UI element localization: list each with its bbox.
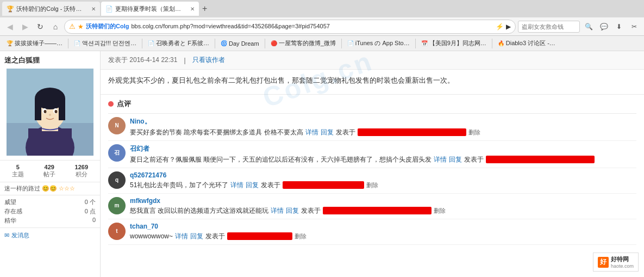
comment-dot — [108, 101, 114, 107]
bookmark-8-label: Diablo3 讨论区 -… — [506, 39, 555, 47]
nino-delete-link[interactable]: 删除 — [468, 128, 480, 137]
svg-rect-7 — [35, 99, 41, 120]
bookmark-6-icon: 📄 — [347, 40, 354, 46]
author-link[interactable]: 只看该作者 — [192, 56, 225, 65]
q526-reply-link[interactable]: 回复 — [246, 180, 259, 190]
wechat-icon[interactable]: 💬 — [597, 20, 610, 33]
bookmark-8[interactable]: 🔥 Diablo3 讨论区 -… — [495, 38, 559, 48]
comment-tchan-text: wowwowwow~ 详情 回复 发表于 删除 — [130, 231, 636, 241]
browser-frame: 🏆 沃特碧们的Colg - 沃特碧们的Colg -（ ✕ 📄 更期待夏季时装（策… — [0, 0, 644, 277]
comment-zhaohuanzhe-username[interactable]: 召幻者 — [130, 144, 636, 153]
site-badge-name: 好特网 haote.com — [611, 255, 634, 269]
comments-section: 点评 N Nino。 要买好多套的节奏 跪求每套不要捆绑太多道具 价格不要太高 … — [101, 95, 644, 245]
main-content: 发表于 2016-4-14 22:31 | 只看该作者 外观党其实不少的，夏日礼… — [101, 51, 644, 277]
bookmark-separator-6 — [415, 39, 416, 48]
tchan-delete-link[interactable]: 删除 — [295, 232, 307, 241]
mfkw-delete-link[interactable]: 删除 — [434, 206, 446, 216]
bookmark-1[interactable]: 🏆 拔拔拔锤子——… — [3, 38, 66, 48]
search-box[interactable] — [518, 21, 580, 33]
tab-1-icon: 🏆 — [7, 5, 14, 13]
tchan-timestamp-redacted — [227, 232, 292, 240]
search-input[interactable] — [522, 23, 576, 30]
comment-q526-text: 51礼包比去年贵吗，加了个光环了 详情 回复 发表于 删除 — [130, 180, 636, 190]
bookmark-separator-3 — [215, 39, 215, 48]
tchan-detail-link[interactable]: 详情 — [175, 231, 188, 241]
tab-1-close[interactable]: ✕ — [91, 6, 96, 12]
svg-rect-8 — [59, 99, 65, 120]
mfkw-reply-link[interactable]: 回复 — [286, 206, 299, 216]
bookmark-5-label: 一屋莺客的微博_微博 — [279, 39, 336, 47]
tab-1-label: 沃特碧们的Colg - 沃特碧们的Colg -（ — [16, 5, 87, 13]
sidebar: 迷之白狐狸 — [0, 51, 101, 277]
bookmark-6[interactable]: 📄 iTunes の App Sto… — [344, 38, 413, 48]
stat-topic-num: 5 — [12, 164, 24, 170]
nino-reply-link[interactable]: 回复 — [321, 127, 334, 137]
search-icon[interactable]: 🔍 — [582, 20, 595, 33]
bookmark-2-label: 액션괴감!!! 던전엔… — [82, 39, 136, 47]
bookmark-star[interactable]: ★ — [78, 23, 84, 30]
comments-title: 点评 — [117, 99, 131, 109]
q526-delete-link[interactable]: 删除 — [366, 181, 378, 190]
tab-1[interactable]: 🏆 沃特碧们的Colg - 沃特碧们的Colg -（ ✕ — [2, 2, 100, 16]
bookmark-8-icon: 🔥 — [498, 40, 504, 46]
tab-2-close[interactable]: ✕ — [190, 6, 195, 12]
lightning-icon: ⚡ — [496, 23, 504, 30]
zhaohuanzhe-reply-link[interactable]: 回复 — [449, 155, 462, 164]
svg-rect-3 — [28, 128, 72, 156]
sidebar-stats: 5 主题 429 帖子 1269 积分 — [0, 161, 100, 182]
bookmark-1-icon: 🏆 — [7, 40, 13, 46]
comment-item: m mfkwfgdx 怒我直言 改回以前的选频道方式这游戏就还能玩 详情 回复 … — [108, 194, 636, 219]
comment-mfkw-text: 怒我直言 改回以前的选频道方式这游戏就还能玩 详情 回复 发表于 删除 — [130, 206, 636, 216]
bookmark-4-label: Day Dream — [229, 40, 259, 47]
comment-q526-username[interactable]: q526721476 — [130, 171, 636, 179]
new-tab-button[interactable]: + — [200, 2, 209, 16]
bookmark-separator-1 — [68, 39, 68, 48]
bookmark-3[interactable]: 📄 召唤勇者と F系彼… — [145, 38, 212, 48]
mfkw-detail-link[interactable]: 详情 — [271, 206, 284, 216]
stat-posts-label: 帖子 — [43, 170, 55, 178]
warning-icon: ⚠ — [69, 22, 76, 30]
nav-forward-icon: ▶ — [506, 23, 511, 30]
stat-points-num: 1269 — [75, 164, 88, 170]
star-1: 😊😊 — [42, 185, 57, 192]
download-icon[interactable]: ⬇ — [612, 20, 626, 33]
bookmark-4[interactable]: 🌀 Day Dream — [217, 39, 262, 48]
sidebar-user: 迷之白狐狸 — [0, 51, 100, 161]
comment-tchan-body: tchan_70 wowwowwow~ 详情 回复 发表于 删除 — [130, 223, 636, 241]
bookmark-5[interactable]: 🔴 一屋莺客的微博_微博 — [267, 38, 339, 48]
page-content: 迷之白狐狸 — [0, 51, 644, 277]
sidebar-username: 迷之白狐狸 — [4, 56, 96, 65]
zhaohuanzhe-detail-link[interactable]: 详情 — [434, 155, 447, 164]
avatar-tchan: t — [108, 223, 126, 240]
tchan-reply-link[interactable]: 回复 — [190, 231, 203, 241]
nino-detail-link[interactable]: 详情 — [305, 127, 318, 137]
q526-timestamp-redacted — [283, 181, 364, 189]
message-button[interactable]: ✉ 发消息 — [0, 228, 100, 243]
star-2: ☆☆☆ — [59, 185, 75, 192]
post-date: 发表于 2016-4-14 22:31 — [108, 56, 177, 65]
comment-tchan-username[interactable]: tchan_70 — [130, 223, 636, 230]
stat-posts: 429 帖子 — [43, 164, 55, 178]
comment-nino-username[interactable]: Nino。 — [130, 117, 636, 126]
q526-detail-link[interactable]: 详情 — [230, 180, 243, 190]
refresh-button[interactable]: ↻ — [34, 20, 47, 33]
forward-button[interactable]: ▶ — [18, 20, 32, 33]
back-button[interactable]: ◀ — [3, 20, 16, 33]
bookmark-3-icon: 📄 — [148, 40, 154, 46]
address-bar[interactable]: ⚠ ★ 沃特碧们的Colgbbs.colg.cn/forum.php?mod=v… — [64, 20, 516, 34]
stat-points: 1269 积分 — [75, 164, 88, 178]
home-button[interactable]: ⌂ — [49, 20, 62, 33]
post-text: 外观党其实不少的，夏日礼包之前余有二觉礼包打包出售，那套随二觉宠物礼包发售的时装… — [108, 76, 454, 84]
avatar-zhaohuanzhe: 召 — [108, 144, 126, 162]
message-icon: ✉ — [4, 232, 9, 239]
tab-2[interactable]: 📄 更期待夏季时装（策划出现...承诺二 ✕ — [101, 2, 199, 16]
avatar-q526-inner: q — [108, 171, 126, 189]
comment-mfkw-username[interactable]: mfkwfgdx — [130, 197, 636, 205]
bookmark-7[interactable]: 📅 【美国9月】同志网… — [418, 38, 490, 48]
comment-zhaohuanzhe-body: 召幻者 夏日之前还有？佩服佩服 顺便问一下，天五的追忆以后还有没有，天六掉毛翅膀… — [130, 144, 636, 164]
avatar-mfkw: m — [108, 197, 126, 214]
comment-nino-body: Nino。 要买好多套的节奏 跪求每套不要捆绑太多道具 价格不要太高 详情 回复… — [130, 117, 636, 137]
site-badge: 好 好特网 haote.com — [593, 253, 639, 272]
bookmark-2[interactable]: 📄 액션괴감!!! 던전엔… — [71, 38, 140, 48]
tools-icon[interactable]: ✂ — [628, 20, 641, 33]
